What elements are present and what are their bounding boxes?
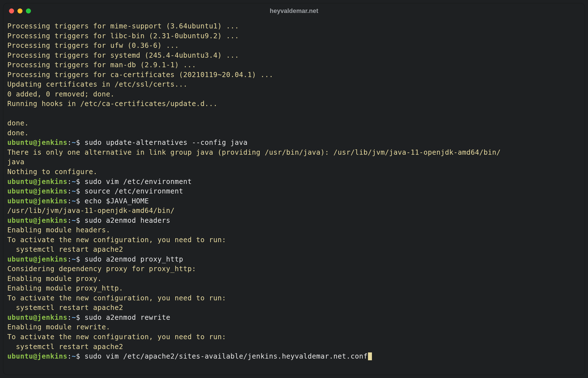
terminal-command-line: ubuntu@jenkins:~$ sudo update-alternativ…: [7, 138, 581, 148]
command-text: sudo a2enmod headers: [85, 216, 170, 224]
terminal-output-line: To activate the new configuration, you n…: [7, 293, 581, 303]
output-text: Enabling module proxy_http.: [7, 284, 123, 292]
output-text: Processing triggers for ca-certificates …: [7, 71, 273, 79]
minimize-button[interactable]: [17, 8, 23, 14]
output-text: systemctl restart apache2: [7, 303, 123, 312]
output-text: Considering dependency proxy for proxy_h…: [7, 265, 196, 273]
prompt-path: ~: [72, 352, 76, 360]
terminal-output-line: Enabling module proxy_http.: [7, 284, 581, 293]
output-text: Enabling module rewrite.: [7, 323, 110, 331]
terminal-output-line: done.: [7, 128, 581, 138]
terminal-output-line: java: [7, 157, 581, 167]
prompt-path: ~: [72, 255, 76, 263]
terminal-command-line: ubuntu@jenkins:~$ sudo vim /etc/apache2/…: [7, 352, 581, 361]
output-text: systemctl restart apache2: [7, 245, 123, 253]
output-text: systemctl restart apache2: [7, 343, 123, 351]
output-text: 0 added, 0 removed; done.: [7, 90, 115, 98]
terminal-output-line: Enabling module headers.: [7, 225, 581, 235]
prompt-path: ~: [72, 177, 76, 186]
prompt-colon: :: [68, 255, 72, 263]
output-text: To activate the new configuration, you n…: [7, 236, 226, 244]
command-text: source /etc/environment: [85, 187, 183, 195]
terminal-body[interactable]: Processing triggers for mime-support (3.…: [3, 19, 585, 364]
terminal-command-line: ubuntu@jenkins:~$ sudo a2enmod proxy_htt…: [7, 255, 581, 264]
terminal-output-line: systemctl restart apache2: [7, 303, 581, 313]
titlebar: heyvaldemar.net: [3, 3, 585, 19]
cursor: [368, 352, 372, 360]
prompt-colon: :: [68, 187, 72, 195]
terminal-output-line: /usr/lib/jvm/java-11-openjdk-amd64/bin/: [7, 206, 581, 216]
output-text: Processing triggers for mime-support (3.…: [7, 22, 239, 30]
terminal-output-line: systemctl restart apache2: [7, 245, 581, 255]
prompt-user-host: ubuntu@jenkins: [7, 197, 68, 205]
output-text: Processing triggers for libc-bin (2.31-0…: [7, 32, 239, 40]
terminal-output-line: Nothing to configure.: [7, 167, 581, 177]
window-title: heyvaldemar.net: [270, 7, 318, 15]
prompt-dollar: $: [76, 352, 85, 360]
output-text: Nothing to configure.: [7, 168, 97, 176]
prompt-path: ~: [72, 197, 76, 205]
prompt-dollar: $: [76, 197, 85, 205]
output-text: done.: [7, 119, 29, 127]
terminal-output-line: done.: [7, 118, 581, 128]
output-text: Updating certificates in /etc/ssl/certs.…: [7, 80, 188, 88]
terminal-output-line: To activate the new configuration, you n…: [7, 235, 581, 245]
terminal-output-line: systemctl restart apache2: [7, 342, 581, 352]
prompt-colon: :: [68, 177, 72, 186]
prompt-user-host: ubuntu@jenkins: [7, 177, 68, 186]
output-text: Enabling module headers.: [7, 226, 110, 234]
terminal-command-line: ubuntu@jenkins:~$ source /etc/environmen…: [7, 186, 581, 196]
prompt-path: ~: [72, 187, 76, 195]
output-text: java: [7, 158, 24, 166]
prompt-user-host: ubuntu@jenkins: [7, 138, 68, 147]
command-text: echo $JAVA_HOME: [85, 197, 149, 205]
terminal-output-line: Processing triggers for systemd (245.4-4…: [7, 51, 581, 60]
terminal-output-line: To activate the new configuration, you n…: [7, 332, 581, 342]
command-text: sudo a2enmod rewrite: [85, 313, 170, 321]
terminal-command-line: ubuntu@jenkins:~$ sudo vim /etc/environm…: [7, 177, 581, 187]
terminal-output-line: Enabling module rewrite.: [7, 322, 581, 332]
command-text: sudo vim /etc/apache2/sites-available/je…: [85, 352, 368, 360]
terminal-output-line: There is only one alternative in link gr…: [7, 148, 581, 158]
output-text: To activate the new configuration, you n…: [7, 333, 226, 341]
command-text: sudo a2enmod proxy_http: [85, 255, 183, 263]
output-text: done.: [7, 129, 29, 137]
prompt-user-host: ubuntu@jenkins: [7, 352, 68, 360]
terminal-output-line: Processing triggers for mime-support (3.…: [7, 21, 581, 31]
prompt-colon: :: [68, 313, 72, 321]
prompt-user-host: ubuntu@jenkins: [7, 187, 68, 195]
terminal-command-line: ubuntu@jenkins:~$ echo $JAVA_HOME: [7, 196, 581, 206]
prompt-colon: :: [68, 352, 72, 360]
terminal-command-line: ubuntu@jenkins:~$ sudo a2enmod rewrite: [7, 313, 581, 323]
prompt-path: ~: [72, 216, 76, 224]
prompt-dollar: $: [76, 138, 85, 147]
terminal-output-line: Processing triggers for libc-bin (2.31-0…: [7, 31, 581, 41]
output-text: Running hooks in /etc/ca-certificates/up…: [7, 100, 217, 108]
close-button[interactable]: [9, 8, 14, 14]
terminal-command-line: ubuntu@jenkins:~$ sudo a2enmod headers: [7, 216, 581, 226]
prompt-dollar: $: [76, 187, 85, 195]
output-text: [7, 109, 12, 118]
terminal-output-line: [7, 109, 581, 119]
output-text: /usr/lib/jvm/java-11-openjdk-amd64/bin/: [7, 206, 175, 215]
prompt-colon: :: [68, 197, 72, 205]
terminal-output-line: 0 added, 0 removed; done.: [7, 89, 581, 99]
terminal-output-line: Processing triggers for ca-certificates …: [7, 70, 581, 80]
traffic-lights: [9, 8, 31, 14]
prompt-dollar: $: [76, 313, 85, 321]
prompt-colon: :: [68, 216, 72, 224]
maximize-button[interactable]: [26, 8, 31, 14]
prompt-path: ~: [72, 313, 76, 321]
prompt-dollar: $: [76, 177, 85, 186]
prompt-dollar: $: [76, 216, 85, 224]
prompt-colon: :: [68, 138, 72, 147]
prompt-user-host: ubuntu@jenkins: [7, 255, 68, 263]
terminal-output-line: Updating certificates in /etc/ssl/certs.…: [7, 80, 581, 89]
output-text: Processing triggers for systemd (245.4-4…: [7, 51, 239, 59]
command-text: sudo vim /etc/environment: [85, 177, 192, 186]
prompt-dollar: $: [76, 255, 85, 263]
terminal-output-line: Processing triggers for man-db (2.9.1-1)…: [7, 60, 581, 70]
command-text: sudo update-alternatives --config java: [85, 138, 248, 147]
prompt-user-host: ubuntu@jenkins: [7, 216, 68, 224]
prompt-user-host: ubuntu@jenkins: [7, 313, 68, 321]
